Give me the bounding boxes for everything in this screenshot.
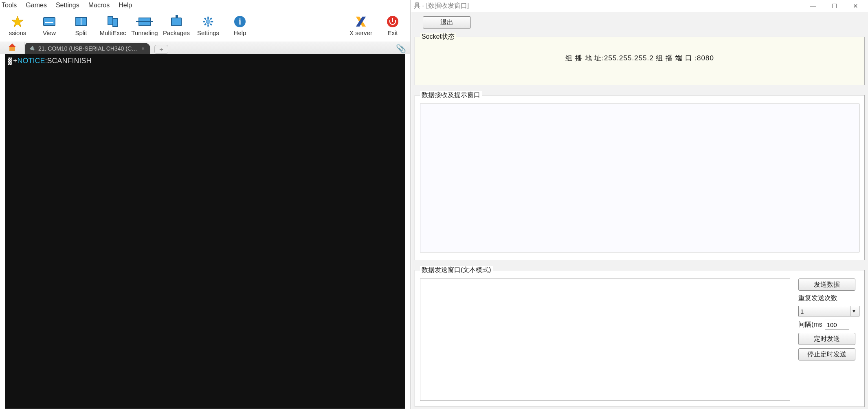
- tab-strip: 21. COM10 (USB-SERIAL CH340 (C… × ＋ 📎: [0, 42, 410, 54]
- toolbar-label: Exit: [387, 29, 398, 36]
- toolbar-packages[interactable]: Packages: [160, 12, 192, 40]
- send-group: 数据发送窗口(文本模式) 发送数据 重复发送次数 1 ▼ 间隔(ms 定时发送 …: [415, 266, 865, 407]
- left-app-window: Tools Games Settings Macros Help ssions …: [0, 0, 411, 409]
- svg-line-8: [204, 24, 206, 25]
- toolbar-settings[interactable]: Settings: [192, 12, 224, 40]
- window-controls: — ☐ ✕: [803, 0, 866, 12]
- toolbar-label: Packages: [163, 29, 190, 36]
- multiexec-icon: [108, 16, 118, 27]
- toolbar-tunneling[interactable]: Tunneling: [129, 12, 160, 40]
- serial-icon: [29, 45, 36, 52]
- menubar: Tools Games Settings Macros Help: [0, 0, 410, 10]
- tab-com10[interactable]: 21. COM10 (USB-SERIAL CH340 (C… ×: [25, 43, 150, 54]
- power-icon: [387, 16, 398, 27]
- repeat-label: 重复发送次数: [798, 294, 859, 303]
- menu-macros[interactable]: Macros: [88, 2, 110, 9]
- terminal-keyword: NOTICE: [18, 57, 45, 65]
- terminal-text: SCANFINISH: [47, 57, 92, 65]
- toolbar-label: MultiExec: [99, 29, 126, 36]
- toolbar-label: Help: [234, 29, 246, 36]
- toolbar-label: Tunneling: [131, 29, 158, 36]
- toolbar-help[interactable]: i Help: [224, 12, 256, 40]
- home-tab[interactable]: [0, 42, 24, 54]
- group-legend: 数据发送窗口(文本模式): [420, 266, 493, 274]
- toolbar: ssions View Split MultiExec Tunneling Pa…: [0, 10, 410, 42]
- right-app-window: 具 - [数据收发窗口] — ☐ ✕ 退出 Socket状态 组 播 地 址:2…: [411, 0, 868, 409]
- svg-line-7: [210, 18, 212, 20]
- send-button[interactable]: 发送数据: [798, 279, 855, 291]
- window-title: 具 - [数据收发窗口]: [414, 2, 469, 10]
- interval-input[interactable]: [825, 320, 849, 329]
- send-textarea[interactable]: [420, 279, 790, 401]
- paperclip-icon[interactable]: 📎: [396, 44, 406, 53]
- terminal[interactable]: +NOTICE:SCANFINISH: [5, 54, 405, 409]
- svg-rect-12: [9, 47, 15, 51]
- svg-marker-11: [8, 43, 16, 47]
- toolbar-label: ssions: [9, 29, 26, 36]
- svg-point-0: [206, 20, 211, 24]
- toolbar-multiexec[interactable]: MultiExec: [97, 12, 129, 40]
- terminal-text: +: [13, 57, 18, 65]
- x-server-icon: [355, 15, 367, 28]
- socket-status-group: Socket状态 组 播 地 址:255.255.255.2 组 播 端 口 :…: [415, 33, 865, 85]
- receive-textarea[interactable]: [420, 104, 859, 252]
- tab-close-icon[interactable]: ×: [141, 45, 145, 52]
- home-icon: [8, 43, 17, 53]
- top-button-row: 退出: [423, 16, 865, 29]
- tab-title: 21. COM10 (USB-SERIAL CH340 (C…: [38, 45, 137, 52]
- svg-line-6: [210, 24, 212, 25]
- interval-label: 间隔(ms: [798, 321, 822, 329]
- menu-tools[interactable]: Tools: [2, 2, 17, 9]
- tunnel-icon: [138, 18, 151, 26]
- gear-icon: [202, 15, 214, 28]
- star-icon: [11, 15, 24, 28]
- repeat-count-combo[interactable]: 1 ▼: [798, 306, 859, 316]
- split-icon: [75, 17, 87, 26]
- repeat-value: 1: [800, 308, 804, 315]
- monitor-icon: [43, 17, 55, 26]
- group-legend: 数据接收及提示窗口: [420, 91, 482, 99]
- menu-help[interactable]: Help: [119, 2, 132, 9]
- exit-button[interactable]: 退出: [423, 16, 471, 29]
- toolbar-label: X server: [349, 29, 372, 36]
- toolbar-label: Settings: [197, 29, 219, 36]
- stop-timed-send-button[interactable]: 停止定时发送: [798, 348, 855, 360]
- toolbar-exit[interactable]: Exit: [377, 12, 409, 40]
- package-icon: [171, 18, 182, 26]
- status-text: 组 播 地 址:255.255.255.2 组 播 端 口 :8080: [420, 45, 859, 79]
- new-tab-button[interactable]: ＋: [154, 45, 168, 54]
- client-area: 退出 Socket状态 组 播 地 址:255.255.255.2 组 播 端 …: [411, 12, 868, 409]
- close-button[interactable]: ✕: [845, 0, 866, 12]
- menu-settings[interactable]: Settings: [56, 2, 79, 9]
- receive-group: 数据接收及提示窗口: [415, 91, 865, 260]
- toolbar-label: View: [43, 29, 56, 36]
- chevron-down-icon: ▼: [850, 306, 857, 316]
- toolbar-label: Split: [75, 29, 87, 36]
- svg-line-5: [204, 18, 206, 20]
- toolbar-split[interactable]: Split: [65, 12, 97, 40]
- toolbar-xserver[interactable]: X server: [345, 12, 377, 40]
- help-icon: i: [234, 16, 246, 27]
- toolbar-sessions[interactable]: ssions: [2, 12, 33, 40]
- maximize-button[interactable]: ☐: [824, 0, 844, 12]
- minimize-button[interactable]: —: [803, 0, 823, 12]
- group-legend: Socket状态: [420, 33, 456, 41]
- send-controls: 发送数据 重复发送次数 1 ▼ 间隔(ms 定时发送 停止定时发送: [798, 279, 859, 401]
- timed-send-button[interactable]: 定时发送: [798, 333, 855, 345]
- cursor-icon: [8, 57, 12, 65]
- window-titlebar: 具 - [数据收发窗口] — ☐ ✕: [411, 0, 868, 12]
- toolbar-view[interactable]: View: [33, 12, 65, 40]
- menu-games[interactable]: Games: [26, 2, 47, 9]
